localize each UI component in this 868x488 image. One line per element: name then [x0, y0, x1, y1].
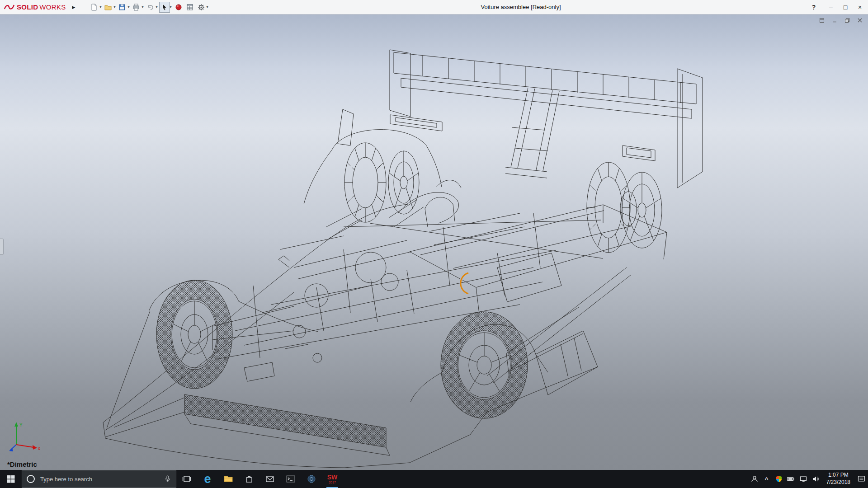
chevron-down-icon[interactable]: ▾ — [99, 5, 102, 9]
taskbar-app-store[interactable] — [239, 470, 259, 488]
chevron-down-icon[interactable]: ▾ — [142, 5, 144, 9]
rear-left-wheel[interactable] — [441, 312, 528, 418]
appearances-button[interactable] — [173, 2, 184, 13]
close-document-icon[interactable] — [856, 17, 863, 24]
maximize-button[interactable]: □ — [838, 0, 853, 14]
minimize-button[interactable]: – — [824, 0, 838, 14]
highlighted-edge[interactable] — [461, 273, 468, 294]
windows-taskbar: Type here to search e SW — [0, 470, 868, 488]
open-button[interactable] — [103, 2, 113, 13]
display-icon[interactable] — [799, 475, 807, 483]
document-window-controls — [818, 17, 863, 24]
taskbar-app-mail[interactable] — [259, 470, 280, 488]
print-icon — [132, 3, 140, 11]
options-button[interactable] — [196, 2, 207, 13]
wireframe-car-model[interactable] — [0, 14, 868, 470]
view-orientation-label: *Dimetric — [7, 460, 37, 468]
clock-time: 1:07 PM — [826, 472, 850, 479]
chevron-up-icon[interactable]: ^ — [763, 475, 771, 483]
clock-date: 7/23/2018 — [826, 479, 850, 486]
taskbar-clock[interactable]: 1:07 PM 7/23/2018 — [824, 472, 853, 486]
chevron-down-icon[interactable]: ▾ — [113, 5, 116, 9]
task-view-icon — [182, 474, 191, 483]
undo-icon — [146, 3, 155, 11]
cortana-icon — [27, 475, 35, 483]
brand-works: WORKS — [39, 3, 66, 11]
new-document-button[interactable] — [89, 2, 99, 13]
new-document-icon — [90, 3, 98, 11]
gear-icon — [197, 3, 205, 11]
taskbar-app-solidworks[interactable]: SW 2017 — [322, 470, 343, 488]
taskbar-app-command-prompt[interactable] — [280, 470, 301, 488]
save-button[interactable] — [117, 2, 127, 13]
solidworks-logo: SOLIDWORKS — [0, 3, 66, 11]
mail-icon — [265, 475, 274, 483]
chevron-down-icon[interactable]: ▾ — [127, 5, 130, 9]
ds-logo-icon — [4, 3, 15, 11]
appearance-ball-icon — [175, 4, 182, 11]
toolbar-expand-button[interactable]: ▶ — [71, 3, 77, 11]
taskbar-search[interactable]: Type here to search — [22, 470, 176, 488]
save-icon — [118, 3, 126, 11]
quick-access-toolbar: ▾ ▾ ▾ ▾ — [89, 2, 209, 13]
solidworks-2017-icon: SW 2017 — [327, 474, 338, 484]
window-menu-icon[interactable] — [818, 17, 826, 24]
undo-button[interactable] — [145, 2, 156, 13]
triad-y-label: Y — [19, 422, 23, 427]
task-view-button[interactable] — [176, 470, 197, 488]
volume-icon[interactable] — [811, 475, 820, 483]
panel-collapse-handle[interactable] — [0, 239, 4, 255]
front-right-wheel[interactable] — [344, 143, 419, 222]
chevron-down-icon[interactable]: ▾ — [207, 5, 209, 9]
search-placeholder: Type here to search — [40, 476, 92, 483]
select-tool-button[interactable] — [159, 2, 170, 13]
front-left-wheel[interactable] — [156, 280, 232, 389]
help-button[interactable]: ? — [807, 0, 821, 14]
media-app-icon — [307, 474, 316, 483]
brand-solid: SOLID — [17, 3, 38, 11]
minimize-document-icon[interactable] — [831, 17, 838, 24]
taskbar-app-media[interactable] — [301, 470, 322, 488]
design-table-icon — [186, 3, 194, 11]
design-table-button[interactable] — [184, 2, 195, 13]
document-title: Voiture assemblee [Read-only] — [481, 0, 561, 14]
sw-badge-year: 2017 — [329, 481, 336, 484]
people-icon[interactable] — [750, 475, 759, 483]
start-button[interactable] — [0, 470, 22, 488]
reference-triad: Y x — [7, 419, 42, 452]
defender-shield-icon[interactable] — [775, 475, 783, 483]
action-center-icon[interactable] — [857, 475, 865, 483]
chevron-down-icon[interactable]: ▾ — [170, 5, 173, 9]
sw-badge-text: SW — [327, 474, 338, 480]
chevron-down-icon[interactable]: ▾ — [156, 5, 159, 9]
close-button[interactable]: × — [853, 0, 867, 14]
titlebar: SOLIDWORKS ▶ ▾ ▾ ▾ — [0, 0, 868, 14]
window-controls: ? – □ × — [807, 0, 867, 14]
solidworks-window: SOLIDWORKS ▶ ▾ ▾ ▾ — [0, 0, 868, 488]
battery-icon[interactable] — [787, 475, 795, 483]
microphone-icon[interactable] — [164, 475, 171, 483]
taskbar-app-file-explorer[interactable] — [218, 470, 239, 488]
open-folder-icon — [104, 3, 112, 11]
print-button[interactable] — [131, 2, 142, 13]
store-icon — [245, 474, 254, 483]
select-cursor-icon — [161, 4, 168, 11]
edge-icon: e — [204, 473, 211, 485]
file-explorer-icon — [223, 474, 233, 483]
windows-logo-icon — [7, 475, 15, 483]
taskbar-app-edge[interactable]: e — [197, 470, 218, 488]
system-tray: ^ 1:07 PM 7/23/2018 — [750, 470, 868, 488]
command-prompt-icon — [286, 475, 295, 483]
graphics-viewport[interactable]: *Dimetric Y x — [0, 14, 868, 470]
triad-x-label: x — [38, 446, 40, 451]
restore-document-icon[interactable] — [844, 17, 851, 24]
rear-right-wheel[interactable] — [587, 162, 662, 253]
